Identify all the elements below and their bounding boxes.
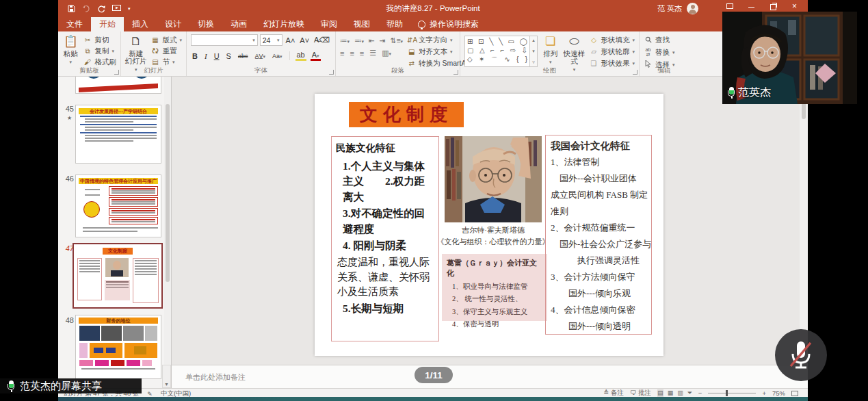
numbering-icon[interactable]: ≕▾ — [354, 36, 364, 44]
increase-font-icon[interactable]: A˄ — [285, 36, 297, 44]
national-culture-box[interactable]: 民族文化特征 1.个人主义与集体主义 2.权力距离大 3.对不确定性的回避程度 … — [331, 136, 439, 341]
right-box-line: 准则 — [551, 203, 646, 220]
slide-sorter-icon[interactable]: ▦ — [668, 389, 674, 397]
format-painter-button[interactable]: 🖌格式刷 — [83, 57, 117, 66]
layout-button[interactable]: ▦版式▾ — [150, 36, 182, 44]
zoom-in-icon[interactable]: + — [762, 389, 766, 397]
thumbnail-slide-47-selected[interactable]: 文化制度 — [73, 243, 163, 309]
undo-icon[interactable] — [82, 5, 90, 12]
slide-title[interactable]: 文化制度 — [349, 102, 464, 127]
fit-to-window-icon[interactable] — [791, 391, 798, 396]
replace-button[interactable]: ab⇄ 替换▾ — [644, 48, 675, 57]
zoom-out-icon[interactable]: − — [698, 389, 702, 397]
justify-icon[interactable]: ☰ — [369, 49, 376, 57]
underline-button[interactable]: U — [213, 52, 221, 60]
font-color-button[interactable]: A▾ — [311, 51, 321, 61]
group-font: ▾ 24▾ A˄ A˅ A̶⌫ B I U S abc A̲V̲▾ Aa▾ ab — [187, 31, 336, 76]
copy-button[interactable]: ⧉复制▾ — [83, 47, 117, 55]
zoom-slider-thumb[interactable] — [726, 390, 728, 396]
clear-formatting-icon[interactable]: A̶⌫ — [313, 36, 331, 44]
zoom-level[interactable]: 75% — [772, 389, 785, 397]
notes-toggle[interactable]: ≙ 备注 — [603, 389, 624, 398]
slide-canvas[interactable]: 文化制度 民族文化特征 1.个人主义与集体主义 2.权力距离大 3.对不确定性的… — [315, 94, 663, 356]
language-status[interactable]: 中文(中国) — [161, 389, 191, 398]
dialog-launcher-icon[interactable] — [453, 70, 458, 75]
tab-view[interactable]: 视图 — [345, 17, 378, 31]
notes-placeholder[interactable]: 单击此处添加备注 — [185, 372, 246, 383]
hofstede-photo[interactable] — [445, 136, 542, 222]
reset-button[interactable]: 🗘重置 — [150, 47, 182, 55]
china-accounting-culture-box[interactable]: 我国会计文化特征 1、法律管制 国外--会计职业团体 成立民间机构 FASB 制… — [545, 135, 652, 335]
qat-more-icon[interactable]: ▾ — [128, 6, 131, 12]
tab-transitions[interactable]: 切换 — [189, 17, 222, 31]
presenter-display-icon[interactable] — [726, 3, 733, 9]
find-button[interactable]: 查找 — [644, 36, 675, 44]
shape-gallery[interactable]: ⊞⊡╲╲▭◯ ▢△⌐⌐⇨⇩ ◇✶⌒∿{} — [464, 36, 530, 67]
tell-me-search[interactable]: 操作说明搜索 — [411, 17, 486, 31]
new-slide-button[interactable]: 🗋 新建幻灯片▾ — [125, 34, 146, 66]
text-shadow-button[interactable]: S — [225, 52, 233, 60]
thumbnail-slide-44[interactable] — [75, 77, 161, 94]
reading-view-icon[interactable]: ▥ — [677, 389, 683, 397]
align-left-icon[interactable]: ≡ — [340, 49, 344, 57]
notes-scrollbar[interactable]: ▼ — [162, 365, 171, 388]
gray-subculture-box[interactable]: 葛雷（Ｇｒａｙ）会计亚文化 1、职业导向与法律监管 2、 统一性与灵活性、 3、… — [442, 254, 547, 321]
save-icon[interactable] — [68, 5, 75, 12]
thumbnail-slide-48[interactable]: 财务的地位 — [75, 315, 161, 379]
minimize-button[interactable] — [748, 3, 755, 10]
italic-button[interactable]: I — [203, 52, 209, 60]
paste-button[interactable]: 📋 粘贴▾ — [62, 34, 79, 66]
thumbnail-slide-46[interactable]: 中国情境的特色管理会计应用与推广 — [75, 174, 161, 237]
zoom-slider[interactable] — [708, 393, 756, 393]
line-spacing-icon[interactable]: ⇅≡▾ — [391, 36, 403, 44]
section-button[interactable]: ▤节▾ — [150, 57, 182, 66]
character-spacing-button[interactable]: A̲V̲▾ — [253, 53, 267, 60]
tab-design[interactable]: 设计 — [157, 17, 189, 31]
quick-styles-button[interactable]: ⬭ 快速样式▾ — [563, 34, 585, 66]
normal-view-icon[interactable]: ▤ — [657, 389, 663, 397]
decrease-font-icon[interactable]: A˅ — [298, 36, 311, 44]
right-box-line: 2、会计规范偏重统一 — [551, 220, 646, 236]
redo-icon[interactable] — [97, 5, 105, 13]
columns-icon[interactable]: ▥▾ — [382, 49, 391, 57]
align-center-icon[interactable]: ≡ — [350, 49, 354, 57]
notes-pane[interactable]: 单击此处添加备注 — [172, 365, 808, 388]
comments-toggle[interactable]: 🗨 批注 — [630, 389, 651, 398]
strikethrough-button[interactable]: abc — [237, 53, 250, 60]
thumbnail-slide-45[interactable]: 会计发展路径---产学研结合 — [75, 105, 161, 164]
dialog-launcher-icon[interactable] — [329, 70, 334, 75]
shape-outline-button[interactable]: ▱形状轮廓▾ — [589, 47, 635, 56]
proofing-icon[interactable]: ✎ — [147, 391, 153, 398]
tab-slideshow[interactable]: 幻灯片放映 — [255, 17, 313, 31]
shape-fill-button[interactable]: ◇形状填充▾ — [589, 36, 635, 44]
tab-home[interactable]: 开始 — [91, 17, 124, 31]
tab-review[interactable]: 审阅 — [313, 17, 345, 31]
highlight-color-button[interactable]: ab — [295, 51, 306, 61]
editor-scrollbar[interactable] — [800, 77, 808, 365]
increase-indent-icon[interactable]: ⇥ — [380, 36, 386, 44]
close-button[interactable]: × — [792, 3, 797, 10]
shape-outline-icon: ▱ — [589, 48, 598, 55]
bullets-icon[interactable]: ≔▾ — [340, 36, 350, 44]
shape-gallery-scroll[interactable]: ▴▾▿ — [530, 36, 538, 67]
font-size-combo[interactable]: 24▾ — [260, 34, 282, 46]
font-name-combo[interactable]: ▾ — [191, 34, 258, 46]
change-case-button[interactable]: Aa▾ — [271, 53, 284, 60]
restore-button[interactable] — [770, 3, 777, 10]
decrease-indent-icon[interactable]: ⇤ — [369, 36, 375, 44]
microphone-muted-button[interactable] — [775, 329, 827, 381]
align-right-icon[interactable]: ≡ — [360, 49, 364, 57]
cut-button[interactable]: ✂剪切 — [83, 36, 117, 44]
slideshow-view-icon[interactable]: ⏷ — [687, 389, 692, 397]
arrange-button[interactable]: ❏ 排列▾ — [542, 34, 559, 66]
thumbnail-scrollbar[interactable]: ▼ — [164, 77, 171, 388]
account-chip[interactable]: 范 英杰 — [657, 0, 698, 17]
tab-file[interactable]: 文件 — [58, 17, 91, 31]
dialog-launcher-icon[interactable] — [633, 70, 637, 75]
tab-help[interactable]: 帮助 — [378, 17, 411, 31]
tab-animations[interactable]: 动画 — [222, 17, 255, 31]
bold-button[interactable]: B — [191, 52, 199, 60]
start-slideshow-icon[interactable] — [112, 5, 121, 12]
dialog-launcher-icon[interactable] — [114, 70, 119, 75]
tab-insert[interactable]: 插入 — [124, 17, 157, 31]
